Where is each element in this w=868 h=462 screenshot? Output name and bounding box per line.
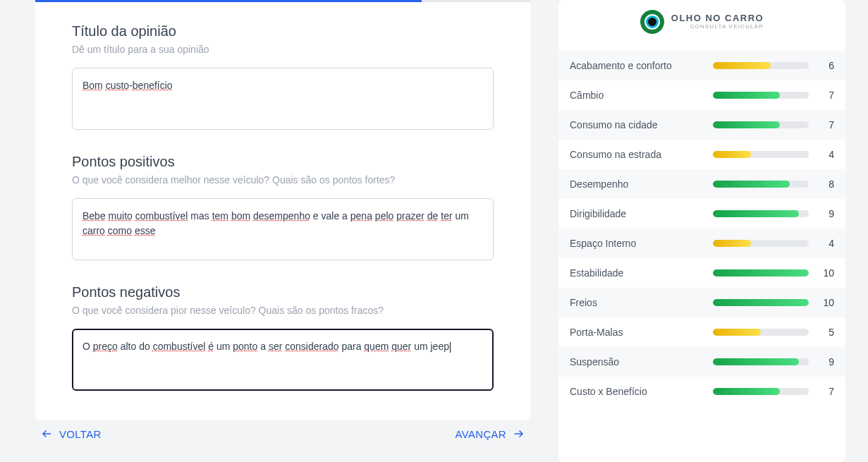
metric-bar-fill: [713, 121, 780, 128]
metric-bar: [713, 210, 809, 217]
metric-bar-fill: [713, 329, 761, 336]
title-heading: Título da opinião: [72, 23, 494, 39]
title-section: Título da opinião Dê um título para a su…: [72, 23, 494, 130]
metric-label: Custo x Benefício: [570, 386, 713, 397]
metric-row: Acabamento e conforto6: [558, 51, 845, 80]
metric-value: 4: [820, 238, 834, 249]
brand-tagline: CONSULTA VEICULAR: [671, 24, 764, 30]
metric-bar: [713, 62, 809, 69]
metric-bar: [713, 240, 809, 247]
metric-row: Porta-Malas5: [558, 317, 845, 347]
metric-label: Espaço Interno: [570, 238, 713, 249]
metric-label: Consumo na cidade: [570, 119, 713, 130]
metric-bar-fill: [713, 388, 780, 395]
metric-label: Suspensão: [570, 356, 713, 367]
brand: OLHO NO CARRO CONSULTA VEICULAR: [558, 10, 845, 34]
metric-bar-fill: [713, 210, 799, 217]
metric-label: Estabilidade: [570, 267, 713, 279]
title-sub: Dê um título para a sua opinião: [72, 44, 494, 55]
metric-row: Estabilidade10: [558, 258, 845, 288]
metric-row: Câmbio7: [558, 80, 845, 110]
metric-row: Consumo na estrada4: [558, 140, 845, 169]
metric-bar: [713, 121, 809, 128]
positives-sub: O que você considera melhor nesse veícul…: [72, 174, 494, 186]
back-button[interactable]: VOLTAR: [41, 427, 102, 440]
metric-row: Suspensão9: [558, 347, 845, 377]
positives-input[interactable]: Bebe muito combustível mas tem bom desem…: [72, 198, 494, 260]
metric-value: 4: [820, 149, 834, 160]
metric-bar-fill: [713, 62, 771, 69]
next-label: AVANÇAR: [456, 428, 506, 440]
metric-value: 10: [820, 297, 834, 308]
negatives-sub: O que você considera pior nesse veículo?…: [72, 305, 494, 316]
metric-value: 7: [820, 90, 834, 101]
metric-value: 7: [820, 386, 834, 397]
metric-bar: [713, 299, 809, 306]
form-actions: VOLTAR AVANÇAR: [35, 425, 530, 440]
ratings-panel: OLHO NO CARRO CONSULTA VEICULAR Acabamen…: [558, 0, 845, 462]
back-label: VOLTAR: [59, 428, 102, 440]
metric-bar-fill: [713, 151, 751, 158]
negatives-input[interactable]: O preço alto do combustível é um ponto a…: [72, 329, 494, 391]
metrics-list: Acabamento e conforto6Câmbio7Consumo na …: [558, 51, 845, 406]
positives-section: Pontos positivos O que você considera me…: [72, 154, 494, 260]
negatives-heading: Pontos negativos: [72, 284, 494, 300]
progress-bar: [35, 0, 530, 2]
metric-label: Desempenho: [570, 178, 713, 190]
metric-row: Custo x Benefício7: [558, 377, 845, 406]
metric-bar-fill: [713, 299, 809, 306]
metric-row: Dirigibilidade9: [558, 199, 845, 229]
opinion-form-panel: Título da opinião Dê um título para a su…: [35, 0, 530, 420]
metric-bar: [713, 329, 809, 336]
metric-label: Acabamento e conforto: [570, 60, 713, 71]
metric-label: Porta-Malas: [570, 327, 713, 338]
metric-label: Consumo na estrada: [570, 149, 713, 160]
metric-bar: [713, 358, 809, 365]
brand-name: OLHO NO CARRO: [671, 13, 764, 23]
metric-row: Consumo na cidade7: [558, 110, 845, 140]
metric-row: Freios10: [558, 288, 845, 317]
metric-bar: [713, 181, 809, 188]
metric-bar-fill: [713, 181, 790, 188]
metric-value: 9: [820, 356, 834, 367]
metric-value: 6: [820, 60, 834, 71]
positives-heading: Pontos positivos: [72, 154, 494, 170]
negatives-section: Pontos negativos O que você considera pi…: [72, 284, 494, 391]
progress-fill: [35, 0, 422, 2]
metric-label: Câmbio: [570, 90, 713, 101]
metric-value: 10: [820, 267, 834, 279]
metric-row: Espaço Interno4: [558, 229, 845, 258]
metric-bar-fill: [713, 240, 751, 247]
arrow-right-icon: [512, 427, 525, 440]
metric-label: Freios: [570, 297, 713, 308]
metric-row: Desempenho8: [558, 169, 845, 199]
metric-label: Dirigibilidade: [570, 208, 713, 219]
metric-bar: [713, 269, 809, 276]
metric-bar: [713, 92, 809, 99]
metric-value: 8: [820, 178, 834, 190]
metric-bar-fill: [713, 92, 780, 99]
metric-value: 9: [820, 208, 834, 219]
title-input[interactable]: Bom custo-benefício: [72, 68, 494, 130]
metric-value: 7: [820, 119, 834, 130]
metric-bar-fill: [713, 269, 809, 276]
next-button[interactable]: AVANÇAR: [456, 427, 525, 440]
metric-bar: [713, 151, 809, 158]
metric-value: 5: [820, 327, 834, 338]
metric-bar: [713, 388, 809, 395]
eye-logo-icon: [640, 10, 664, 34]
metric-bar-fill: [713, 358, 799, 365]
arrow-left-icon: [41, 427, 54, 440]
